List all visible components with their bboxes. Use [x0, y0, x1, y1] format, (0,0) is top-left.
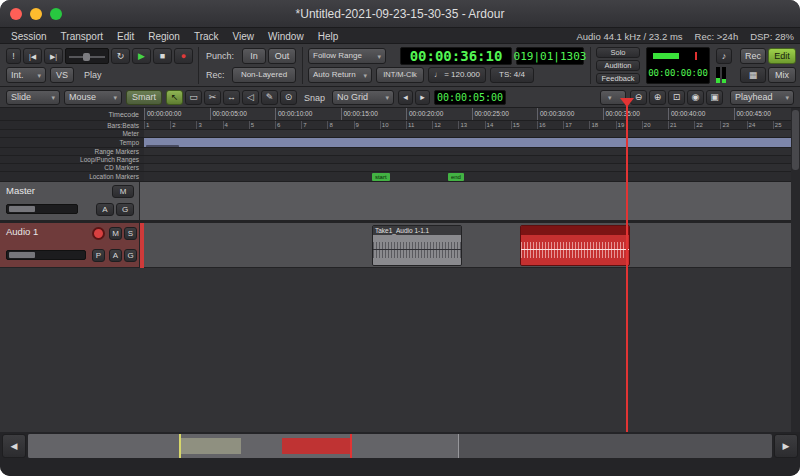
- punch-out-button[interactable]: Out: [268, 48, 296, 64]
- nudge-clock[interactable]: 00:00:05:00: [434, 90, 506, 105]
- smart-mode-toggle[interactable]: Smart: [126, 90, 162, 105]
- varispeed-button[interactable]: VS: [50, 67, 74, 83]
- fader-handle[interactable]: [9, 206, 35, 212]
- range-markers-ruler[interactable]: [144, 148, 800, 156]
- monitor-clock[interactable]: 00:00:00:00: [649, 65, 707, 81]
- draw-tool-icon[interactable]: ✎: [261, 90, 278, 105]
- follow-range-button[interactable]: Follow Range▾: [308, 48, 386, 64]
- summary-timeline[interactable]: [28, 434, 772, 458]
- audio1-track-lane[interactable]: [144, 223, 800, 268]
- go-to-end-button[interactable]: ▶|: [44, 48, 63, 64]
- automation-button[interactable]: A: [96, 203, 114, 216]
- menu-item-transport[interactable]: Transport: [54, 31, 110, 42]
- menu-item-region[interactable]: Region: [141, 31, 187, 42]
- playhead-marker[interactable]: [620, 98, 634, 107]
- summary-scroll-left-icon[interactable]: ◀: [2, 434, 26, 458]
- play-button[interactable]: ▶: [132, 48, 151, 64]
- go-to-start-button[interactable]: |◀: [23, 48, 42, 64]
- stop-button[interactable]: ■: [153, 48, 172, 64]
- tab-mixer[interactable]: Mix: [768, 67, 796, 83]
- nudge-forward-button[interactable]: ▸: [415, 90, 430, 105]
- menu-item-window[interactable]: Window: [261, 31, 311, 42]
- gain-fader[interactable]: [6, 204, 78, 214]
- loop-button[interactable]: ↻: [111, 48, 130, 64]
- primary-clock[interactable]: 00:00:36:10: [400, 47, 512, 65]
- fader-handle[interactable]: [9, 252, 35, 258]
- playlist-button[interactable]: P: [92, 249, 105, 262]
- menu-item-track[interactable]: Track: [187, 31, 226, 42]
- secondary-clock[interactable]: 019|01|1303: [516, 47, 584, 65]
- vertical-scrollbar[interactable]: [791, 108, 800, 432]
- zoom-fit-icon[interactable]: ⊡: [668, 90, 685, 105]
- audio1-track-header[interactable]: Audio 1 M S P A G: [0, 223, 140, 268]
- menu-item-edit[interactable]: Edit: [110, 31, 141, 42]
- edit-mode-dropdown[interactable]: Slide▾: [6, 90, 60, 105]
- shuttle-handle[interactable]: [83, 53, 90, 61]
- mouse-mode-dropdown[interactable]: Mouse▾: [64, 90, 122, 105]
- mute-button[interactable]: M: [109, 227, 122, 240]
- grid-options-icon[interactable]: ▣: [706, 90, 723, 105]
- internal-edit-tool-icon[interactable]: ⊙: [280, 90, 297, 105]
- cut-tool-icon[interactable]: ✂: [204, 90, 221, 105]
- menu-item-session[interactable]: Session: [4, 31, 54, 42]
- gain-fader[interactable]: [6, 250, 86, 260]
- punch-in-button[interactable]: In: [242, 48, 266, 64]
- group-button[interactable]: G: [124, 249, 137, 262]
- location-marker-end[interactable]: end: [448, 173, 464, 181]
- track-name[interactable]: Audio 1: [6, 226, 38, 237]
- record-enable-button[interactable]: [92, 227, 105, 240]
- sync-source-button[interactable]: Int.▾: [6, 67, 46, 83]
- tab-editor[interactable]: Edit: [768, 48, 796, 64]
- solo-button[interactable]: S: [124, 227, 137, 240]
- audio-region-take1[interactable]: Take1_Audio 1-1.1: [372, 225, 462, 266]
- midi-panic-button[interactable]: !: [6, 48, 21, 64]
- playhead-line[interactable]: [626, 98, 628, 432]
- location-markers-ruler[interactable]: startend: [144, 172, 800, 182]
- timecode-ruler[interactable]: 00:00:00:0000:00:05:0000:00:10:0000:00:1…: [144, 108, 800, 121]
- meter-ruler[interactable]: 4/4: [144, 130, 800, 138]
- location-marker-start[interactable]: start: [372, 173, 390, 181]
- summary-view-range[interactable]: [28, 434, 459, 458]
- mute-button[interactable]: M: [112, 185, 134, 198]
- tab-recorder[interactable]: Rec: [740, 48, 766, 64]
- nudge-back-button[interactable]: ◂: [398, 90, 413, 105]
- loop-punch-ruler[interactable]: [144, 156, 800, 164]
- tempo-button[interactable]: ♩ = 120.000: [428, 67, 486, 83]
- editor-canvas[interactable]: [0, 268, 800, 432]
- audition-tool-icon[interactable]: ◁: [242, 90, 259, 105]
- bars-ruler[interactable]: 1234567891011121314151617181920212223242…: [144, 121, 800, 130]
- shuttle-control[interactable]: [65, 48, 109, 64]
- clock-source-button[interactable]: INT/M-Clk: [376, 67, 424, 83]
- tempo-ruler[interactable]: 120.000/4: [144, 138, 800, 148]
- track-name[interactable]: Master: [6, 185, 35, 196]
- scrollbar-thumb[interactable]: [792, 110, 799, 170]
- stretch-tool-icon[interactable]: ↔: [223, 90, 240, 105]
- menu-item-view[interactable]: View: [226, 31, 262, 42]
- solo-indicator-button[interactable]: Solo: [596, 47, 640, 58]
- automation-button[interactable]: A: [109, 249, 122, 262]
- zoom-focus-dropdown[interactable]: Playhead▾: [730, 90, 794, 105]
- zoom-in-icon[interactable]: ⊕: [649, 90, 666, 105]
- record-button[interactable]: ●: [174, 48, 193, 64]
- rec-mode-label: Rec:: [206, 67, 225, 83]
- auto-return-button[interactable]: Auto Return▾: [308, 67, 372, 83]
- audition-indicator-button[interactable]: Audition: [596, 60, 640, 71]
- menu-item-help[interactable]: Help: [311, 31, 346, 42]
- master-track-lane[interactable]: [140, 182, 800, 221]
- time-signature-button[interactable]: TS: 4/4: [490, 67, 534, 83]
- cd-markers-ruler[interactable]: [144, 164, 800, 172]
- chevron-down-icon: ▾: [113, 94, 117, 101]
- group-button[interactable]: G: [116, 203, 134, 216]
- meterbridge-icon[interactable]: ▦: [740, 67, 766, 83]
- monitor-speaker-icon[interactable]: ♪: [716, 48, 732, 64]
- summary-scroll-right-icon[interactable]: ▶: [774, 434, 798, 458]
- grab-tool-icon[interactable]: ↖: [166, 90, 183, 105]
- location-markers-ruler-row: Location Markers startend: [0, 172, 800, 182]
- record-layer-mode-button[interactable]: Non-Layered: [232, 67, 296, 83]
- audio-region-recording[interactable]: [520, 225, 630, 266]
- range-tool-icon[interactable]: ▭: [185, 90, 202, 105]
- zoom-focus-icon[interactable]: ◉: [687, 90, 704, 105]
- master-track-header[interactable]: Master M A G: [0, 182, 140, 221]
- grid-mode-dropdown[interactable]: No Grid▾: [332, 90, 394, 105]
- feedback-indicator-button[interactable]: Feedback: [596, 73, 640, 84]
